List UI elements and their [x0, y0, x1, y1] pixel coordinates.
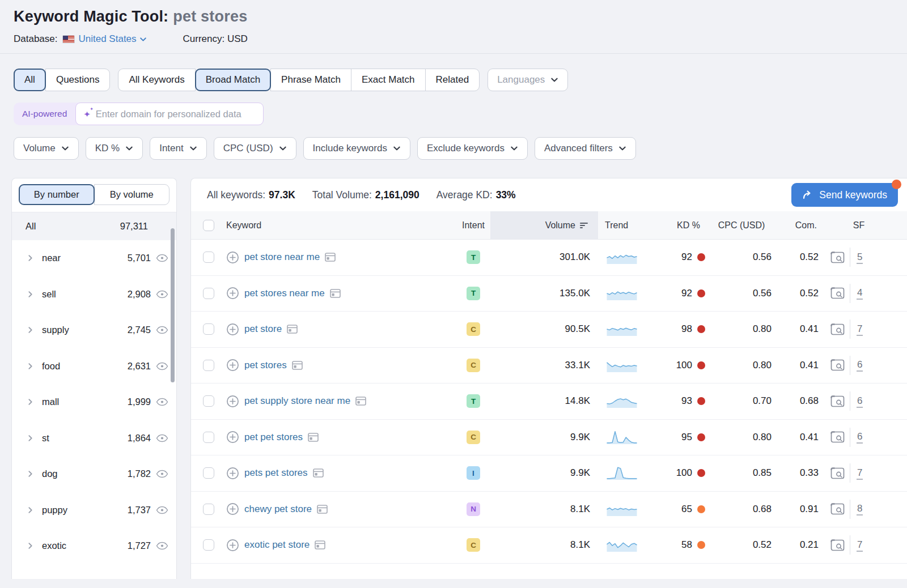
serp-preview-icon[interactable]	[830, 395, 845, 407]
filter-dropdown-intent[interactable]: Intent	[150, 137, 207, 160]
tab-broad-match[interactable]: Broad Match	[195, 69, 271, 91]
add-keyword-icon[interactable]	[226, 323, 239, 336]
sidebar-group-sell[interactable]: sell 2,908	[12, 276, 176, 313]
filter-dropdown-advanced-filters[interactable]: Advanced filters	[535, 137, 636, 160]
sf-value[interactable]: 7	[857, 467, 863, 480]
eye-icon[interactable]	[156, 470, 168, 478]
intent-badge[interactable]: C	[467, 538, 480, 552]
sf-value[interactable]: 8	[857, 502, 863, 515]
add-keyword-icon[interactable]	[226, 467, 239, 480]
serp-features-icon[interactable]	[287, 325, 298, 334]
sf-value[interactable]: 5	[857, 251, 863, 264]
row-checkbox[interactable]	[203, 288, 214, 299]
tab-exact-match[interactable]: Exact Match	[351, 69, 426, 91]
serp-preview-icon[interactable]	[830, 323, 845, 335]
keyword-link[interactable]: pet pet stores	[244, 432, 303, 443]
tab-all-keywords[interactable]: All Keywords	[118, 69, 195, 91]
keyword-link[interactable]: pet stores near me	[244, 288, 325, 299]
sf-value[interactable]: 7	[857, 539, 863, 552]
add-keyword-icon[interactable]	[226, 431, 239, 444]
add-keyword-icon[interactable]	[226, 287, 239, 300]
serp-preview-icon[interactable]	[830, 467, 845, 479]
eye-icon[interactable]	[156, 326, 168, 334]
add-keyword-icon[interactable]	[226, 395, 239, 408]
serp-features-icon[interactable]	[292, 361, 303, 370]
eye-icon[interactable]	[156, 398, 168, 406]
intent-badge[interactable]: I	[467, 466, 480, 480]
chevron-right-icon[interactable]	[27, 542, 34, 549]
sidebar-group-mall[interactable]: mall 1,999	[12, 384, 176, 420]
filter-dropdown-volume[interactable]: Volume	[14, 137, 79, 160]
tab-questions[interactable]: Questions	[45, 69, 111, 91]
col-keyword[interactable]: Keyword	[226, 211, 456, 239]
row-checkbox[interactable]	[203, 467, 214, 479]
row-checkbox[interactable]	[203, 360, 214, 371]
serp-features-icon[interactable]	[317, 505, 328, 514]
keyword-link[interactable]: chewy pet store	[244, 504, 312, 515]
sidebar-group-near[interactable]: near 5,701	[12, 240, 176, 276]
add-keyword-icon[interactable]	[226, 539, 239, 552]
sidebar-group-st[interactable]: st 1,864	[12, 420, 176, 457]
eye-icon[interactable]	[156, 506, 168, 514]
serp-features-icon[interactable]	[330, 289, 341, 298]
chevron-right-icon[interactable]	[27, 506, 34, 514]
toggle-by-volume[interactable]: By volume	[94, 184, 170, 205]
sidebar-group-dog[interactable]: dog 1,782	[12, 456, 176, 492]
sidebar-group-puppy[interactable]: puppy 1,737	[12, 492, 176, 529]
chevron-right-icon[interactable]	[27, 254, 34, 262]
sidebar-group-food[interactable]: food 2,631	[12, 348, 176, 385]
serp-preview-icon[interactable]	[830, 287, 845, 299]
sidebar-scrollbar[interactable]	[171, 228, 175, 382]
tab-all[interactable]: All	[14, 69, 46, 91]
keyword-link[interactable]: pet store near me	[244, 252, 320, 263]
chevron-right-icon[interactable]	[27, 398, 34, 406]
col-cpc[interactable]: CPC (USD)	[708, 211, 775, 239]
col-sf[interactable]: SF	[824, 211, 894, 239]
intent-badge[interactable]: T	[467, 394, 480, 408]
toggle-by-number[interactable]: By number	[19, 184, 95, 205]
serp-preview-icon[interactable]	[830, 359, 845, 371]
serp-features-icon[interactable]	[355, 397, 366, 406]
serp-preview-icon[interactable]	[830, 503, 845, 515]
sidebar-item-all[interactable]: All 97,311	[12, 212, 176, 240]
serp-features-icon[interactable]	[315, 540, 325, 549]
filter-dropdown-include-keywords[interactable]: Include keywords	[303, 137, 410, 160]
keyword-link[interactable]: pet stores	[244, 360, 287, 371]
keyword-link[interactable]: pet supply store near me	[244, 395, 350, 407]
row-checkbox[interactable]	[203, 323, 214, 335]
tab-related[interactable]: Related	[425, 69, 480, 91]
row-checkbox[interactable]	[203, 432, 214, 443]
eye-icon[interactable]	[156, 254, 168, 262]
col-kd[interactable]: KD %	[646, 211, 708, 239]
eye-icon[interactable]	[156, 542, 168, 550]
intent-badge[interactable]: C	[467, 322, 480, 336]
serp-preview-icon[interactable]	[830, 252, 845, 263]
add-keyword-icon[interactable]	[226, 251, 239, 264]
col-volume[interactable]: Volume	[490, 211, 598, 239]
sf-value[interactable]: 4	[857, 287, 863, 300]
intent-badge[interactable]: N	[467, 502, 480, 516]
languages-dropdown[interactable]: Languages	[488, 69, 568, 91]
col-intent[interactable]: Intent	[456, 211, 490, 239]
col-com[interactable]: Com.	[775, 211, 824, 239]
filter-dropdown-kd-[interactable]: KD %	[86, 137, 143, 160]
sidebar-group-exotic[interactable]: exotic 1,727	[12, 528, 176, 564]
intent-badge[interactable]: C	[467, 359, 480, 372]
chevron-right-icon[interactable]	[27, 470, 34, 478]
serp-preview-icon[interactable]	[830, 431, 845, 443]
eye-icon[interactable]	[156, 290, 168, 299]
chevron-right-icon[interactable]	[27, 363, 34, 370]
keyword-link[interactable]: pet store	[244, 323, 282, 335]
filter-dropdown-exclude-keywords[interactable]: Exclude keywords	[417, 137, 528, 160]
sf-value[interactable]: 6	[857, 431, 863, 444]
chevron-right-icon[interactable]	[27, 434, 34, 442]
serp-preview-icon[interactable]	[830, 539, 845, 551]
intent-badge[interactable]: T	[467, 287, 480, 300]
intent-badge[interactable]: C	[467, 431, 480, 444]
sidebar-group-supply[interactable]: supply 2,745	[12, 312, 176, 348]
filter-dropdown-cpc-usd-[interactable]: CPC (USD)	[214, 137, 296, 160]
select-all-checkbox[interactable]	[203, 220, 214, 231]
eye-icon[interactable]	[156, 362, 168, 370]
chevron-right-icon[interactable]	[27, 291, 34, 298]
row-checkbox[interactable]	[203, 395, 214, 407]
